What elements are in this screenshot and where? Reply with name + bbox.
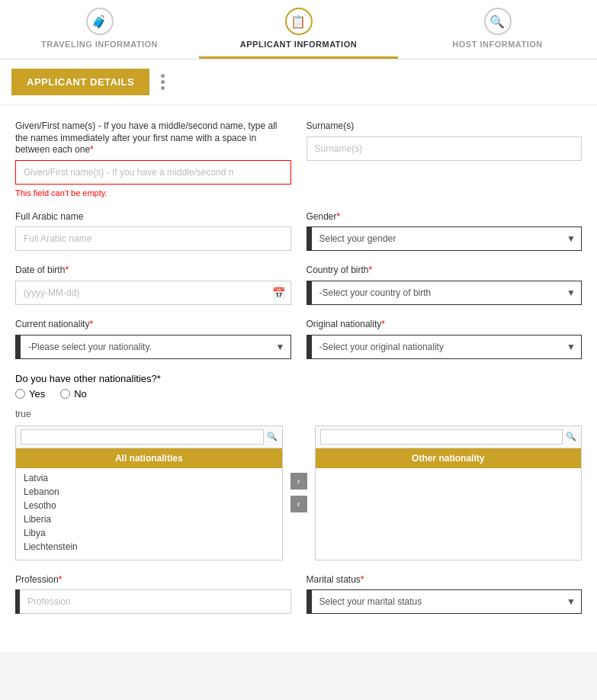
all-nationalities-box: 🔍 All nationalities LatviaLebanonLesotho… (15, 425, 283, 560)
all-nat-search-input[interactable] (21, 429, 264, 445)
nationality-boxes-wrapper: 🔍 All nationalities LatviaLebanonLesotho… (15, 425, 582, 560)
applicant-icon: 📋 (285, 8, 313, 35)
current-nat-group: Current nationality* -Please select your… (15, 319, 291, 359)
traveling-icon: 🧳 (86, 8, 114, 35)
list-item[interactable]: Lesotho (21, 499, 278, 512)
country-birth-select[interactable]: -Select your country of birth (311, 281, 583, 305)
marital-label: Marital status* (307, 574, 583, 586)
profession-group: Profession* (15, 574, 291, 615)
list-item[interactable]: Libya (21, 526, 278, 540)
profession-input[interactable] (20, 589, 291, 614)
other-nat-list[interactable] (316, 468, 582, 560)
surname-input[interactable] (307, 136, 583, 161)
no-label: No (74, 388, 87, 400)
gender-group: Gender* Select your gender Male Female ▼ (307, 211, 583, 252)
current-nat-select-wrapper: -Please select your nationality. ▼ (15, 335, 291, 359)
first-name-input[interactable] (15, 160, 291, 185)
no-radio[interactable] (60, 389, 70, 399)
nationality-row: Current nationality* -Please select your… (15, 319, 582, 359)
list-item[interactable]: Liechtenstein (21, 540, 278, 554)
dob-input-wrapper: 📅 (15, 281, 291, 305)
all-nat-search-bar: 🔍 (16, 426, 282, 448)
top-navigation: 🧳 TRAVELING INFORMATION 📋 APPLICANT INFO… (0, 0, 597, 59)
nat-arrow-buttons: › ‹ (287, 425, 311, 560)
yes-radio-item[interactable]: Yes (15, 388, 45, 400)
applicant-details-button[interactable]: APPLICANT DETAILS (11, 69, 149, 95)
yes-label: Yes (29, 388, 45, 400)
surname-label: Surname(s) (307, 120, 583, 133)
main-content: APPLICANT DETAILS Given/First name(s) - … (0, 59, 597, 652)
tab-applicant[interactable]: 📋 APPLICANT INFORMATION (199, 0, 398, 59)
tab-traveling[interactable]: 🧳 TRAVELING INFORMATION (0, 0, 199, 59)
current-nat-select[interactable]: -Please select your nationality. (20, 335, 291, 359)
other-nat-search-icon: 🔍 (566, 432, 576, 442)
tab-host-label: HOST INFORMATION (452, 40, 542, 49)
gender-label: Gender* (307, 211, 583, 223)
original-nat-select[interactable]: -Select your original nationality (311, 335, 583, 359)
original-nat-select-wrapper: -Select your original nationality ▼ (307, 335, 583, 359)
host-icon: 🔍 (484, 8, 512, 35)
all-nat-list[interactable]: LatviaLebanonLesothoLiberiaLibyaLiechten… (16, 468, 282, 560)
all-nat-search-icon: 🔍 (267, 432, 278, 442)
country-birth-label: Country of birth* (307, 265, 583, 277)
marital-group: Marital status* Select your marital stat… (307, 574, 583, 615)
dob-country-row: Date of birth* 📅 Country of birth* -Sele… (15, 265, 582, 305)
marital-select[interactable]: Select your marital status Single Marrie… (311, 589, 583, 614)
tab-traveling-label: TRAVELING INFORMATION (41, 40, 158, 49)
first-name-label: Given/First name(s) - If you have a midd… (15, 120, 291, 156)
yes-radio[interactable] (15, 389, 25, 399)
original-nat-label: Original nationality* (307, 319, 583, 331)
other-nat-header: Other nationality (316, 448, 582, 468)
gender-select-wrapper: Select your gender Male Female ▼ (307, 226, 583, 251)
other-nat-question-label: Do you have other nationalities?* (15, 373, 161, 384)
dot-1 (161, 74, 165, 78)
other-nat-radio-group: Yes No (15, 388, 582, 400)
other-nat-search-bar: 🔍 (316, 426, 582, 448)
list-item[interactable]: Lebanon (21, 485, 278, 499)
first-name-group: Given/First name(s) - If you have a midd… (15, 120, 291, 197)
profession-label: Profession* (15, 574, 291, 586)
true-label: true (15, 409, 582, 419)
dot-3 (161, 86, 165, 90)
profession-marital-row: Profession* Marital status* Select your … (15, 574, 582, 615)
arabic-name-label: Full Arabic name (15, 211, 291, 223)
first-name-error: This field can't be empty. (15, 188, 291, 197)
arabic-name-group: Full Arabic name (15, 211, 291, 252)
arrow-left-button[interactable]: ‹ (290, 496, 307, 512)
country-birth-group: Country of birth* -Select your country o… (307, 265, 583, 305)
list-item[interactable]: Latvia (21, 471, 278, 485)
dob-label: Date of birth* (15, 265, 291, 277)
list-item[interactable]: Liberia (21, 512, 278, 526)
all-nat-header: All nationalities (16, 448, 282, 468)
tab-applicant-label: APPLICANT INFORMATION (240, 40, 357, 49)
gender-select[interactable]: Select your gender Male Female (311, 226, 583, 251)
no-radio-item[interactable]: No (60, 388, 87, 400)
other-nationalities-section: Do you have other nationalities?* Yes No (15, 373, 582, 400)
dob-input[interactable] (15, 281, 291, 305)
arabic-name-input[interactable] (15, 226, 291, 251)
country-birth-select-wrapper: -Select your country of birth ▼ (307, 281, 583, 305)
dots-menu[interactable] (157, 70, 169, 94)
surname-group: Surname(s) (307, 120, 583, 197)
arabic-gender-row: Full Arabic name Gender* Select your gen… (15, 211, 582, 252)
dob-group: Date of birth* 📅 (15, 265, 291, 305)
marital-select-wrapper: Select your marital status Single Marrie… (307, 589, 583, 614)
current-nat-label: Current nationality* (15, 319, 291, 331)
form-area: Given/First name(s) - If you have a midd… (0, 105, 597, 629)
original-nat-group: Original nationality* -Select your origi… (307, 319, 583, 359)
other-nat-search-input[interactable] (320, 429, 563, 445)
nationality-boxes-section: true 🔍 All nationalities LatviaLebanonLe… (15, 409, 582, 560)
arrow-right-button[interactable]: › (290, 473, 307, 490)
tab-host[interactable]: 🔍 HOST INFORMATION (398, 0, 597, 59)
section-header: APPLICANT DETAILS (0, 59, 597, 105)
profession-input-wrapper (15, 589, 291, 614)
name-row: Given/First name(s) - If you have a midd… (15, 120, 582, 197)
dot-2 (161, 80, 165, 84)
other-nationality-box: 🔍 Other nationality (315, 425, 583, 560)
